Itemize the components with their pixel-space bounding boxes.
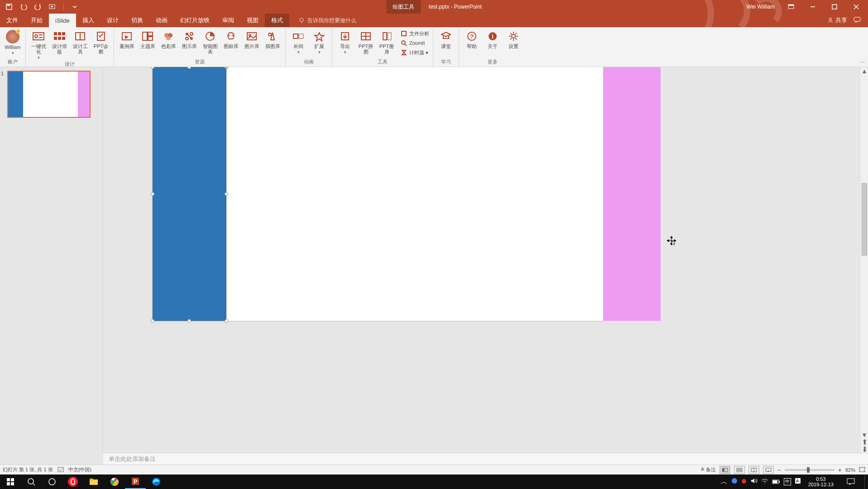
undo-icon[interactable] [18,2,29,12]
tab-transition[interactable]: 切换 [125,14,149,27]
start-from-beginning-icon[interactable] [47,2,58,12]
tab-slideshow[interactable]: 幻灯片放映 [174,14,216,27]
maximize-icon[interactable] [825,0,844,14]
scrollbar-thumb[interactable] [862,183,867,256]
tab-review[interactable]: 审阅 [216,14,240,27]
zoom-percent[interactable]: 82% [845,467,855,473]
tab-view[interactable]: 视图 [240,14,265,27]
search-icon[interactable] [21,474,42,489]
share-button[interactable]: 共享 [827,16,847,24]
tab-islide[interactable]: iSlide [49,14,76,27]
resize-handle-se[interactable] [225,319,228,323]
slideshow-view-icon[interactable] [763,466,774,474]
about-button[interactable]: i关于 [483,29,503,50]
timer-icon [400,49,408,56]
tray-input-indicator-icon[interactable] [795,478,801,486]
tray-chevron-icon[interactable]: ︿ [720,477,728,487]
account-button[interactable]: William ▾ [3,29,23,56]
tray-volume-icon[interactable] [750,478,758,486]
close-icon[interactable] [846,0,866,14]
design-layout-button[interactable]: 设计排版 [49,29,69,61]
resize-handle-s[interactable] [187,319,191,323]
ribbon-display-options-icon[interactable] [781,0,801,14]
show-desktop-button[interactable] [864,474,867,489]
extension-button[interactable]: 扩展▾ [309,29,329,55]
settings-button[interactable]: 设置 [504,29,523,50]
ppt-slim-button[interactable]: PPT瘦身 [377,29,397,57]
tab-format[interactable]: 格式 [265,14,289,27]
resize-handle-w[interactable] [151,192,154,196]
picture-library-button[interactable]: 图片库 [242,29,262,55]
help-button[interactable]: ?帮助 [462,29,482,50]
vector-library-button[interactable]: 插图库 [263,29,283,55]
powerpoint-icon[interactable]: P [125,474,146,489]
design-tools-button[interactable]: 设计工具 [70,29,90,61]
language-indicator[interactable]: 中文(中国) [68,466,91,473]
minimize-icon[interactable] [803,0,823,14]
qat-customize-icon[interactable] [69,2,80,12]
tray-wifi-icon[interactable] [761,478,768,486]
edge-icon[interactable] [146,474,167,489]
vertical-scrollbar[interactable]: ▴ ▾ ⬆ ⬇ [861,67,868,453]
ppt-merge-button[interactable]: PPT拼图 [356,29,376,57]
resize-handle-e[interactable] [225,192,228,196]
notes-toggle[interactable]: ≜ 备注 [700,466,716,473]
spellcheck-icon[interactable] [58,467,64,473]
notes-pane[interactable]: 单击此处添加备注 [103,453,868,465]
resize-handle-sw[interactable] [151,319,154,323]
zoomit-button[interactable]: ZoomIt [399,39,430,48]
file-explorer-icon[interactable] [83,474,104,489]
color-library-button[interactable]: 色彩库 [158,29,178,55]
slide-canvas[interactable] [103,67,861,453]
tween-button[interactable]: 补间▾ [288,29,308,55]
normal-view-icon[interactable] [719,466,730,474]
export-button[interactable]: 导出▾ [335,29,355,57]
slide-sorter-view-icon[interactable] [734,466,745,474]
taskbar-clock[interactable]: 0:53 2019-12-13 [805,476,837,487]
scroll-up-icon[interactable]: ▴ [863,67,866,74]
context-tab-drawing-tools[interactable]: 绘图工具 [386,0,421,14]
zoom-slider[interactable] [785,469,834,471]
start-button[interactable] [0,474,21,489]
save-icon[interactable] [4,2,14,12]
pink-rectangle-shape[interactable] [603,67,661,321]
next-slide-icon[interactable]: ⬇ [862,445,868,453]
smart-chart-button[interactable]: 智能图表 [200,29,220,55]
user-name[interactable]: Wei William [747,4,775,10]
tray-battery-icon[interactable] [772,478,780,486]
collapse-ribbon-icon[interactable]: ︿ [860,58,865,65]
classroom-button[interactable]: 课堂 [436,29,456,50]
zoom-in-icon[interactable]: + [838,466,842,474]
opera-icon[interactable] [62,474,83,489]
tab-insert[interactable]: 插入 [76,14,101,27]
tab-file[interactable]: 文件 [0,14,24,27]
comments-icon[interactable] [854,17,861,24]
tab-home[interactable]: 开始 [24,14,49,27]
file-analysis-button[interactable]: 文件分析 [399,29,430,38]
tab-design[interactable]: 设计 [101,14,125,27]
tray-record-icon[interactable] [741,478,747,486]
ribbon-group-resource: 案例库 主题库 色彩库 图示库 智能图表 图标库 图片库 插图库 资源 [114,27,286,67]
blue-rectangle-shape[interactable] [153,67,226,321]
ppt-diagnosis-button[interactable]: PPT诊断 [91,29,111,61]
icon-library-button[interactable]: 图标库 [221,29,241,55]
slide-thumbnail-1[interactable]: 1 [5,71,97,118]
theme-library-button[interactable]: 主题库 [138,29,158,55]
action-center-icon[interactable] [841,474,861,489]
fit-to-window-icon[interactable] [859,467,865,473]
reading-view-icon[interactable] [748,466,759,474]
timer-button[interactable]: 计时器 ▾ [399,48,430,57]
tab-animation[interactable]: 动画 [149,14,174,27]
task-view-icon[interactable] [42,474,62,489]
diagram-library-button[interactable]: 图示库 [179,29,199,55]
tell-me-search[interactable]: 告诉我你想要做什么 [298,14,356,27]
chrome-icon[interactable] [104,474,125,489]
case-library-button[interactable]: 案例库 [117,29,137,55]
tray-chrome-icon[interactable] [731,478,738,486]
svg-point-88 [28,479,34,484]
zoom-out-icon[interactable]: − [777,466,781,474]
tray-ime-icon[interactable]: 中 [784,478,791,485]
slide-thumbnails-panel[interactable]: 1 [0,67,103,453]
one-click-optimize-button[interactable]: 一键优化▾ [29,29,48,61]
redo-icon[interactable] [33,2,43,12]
